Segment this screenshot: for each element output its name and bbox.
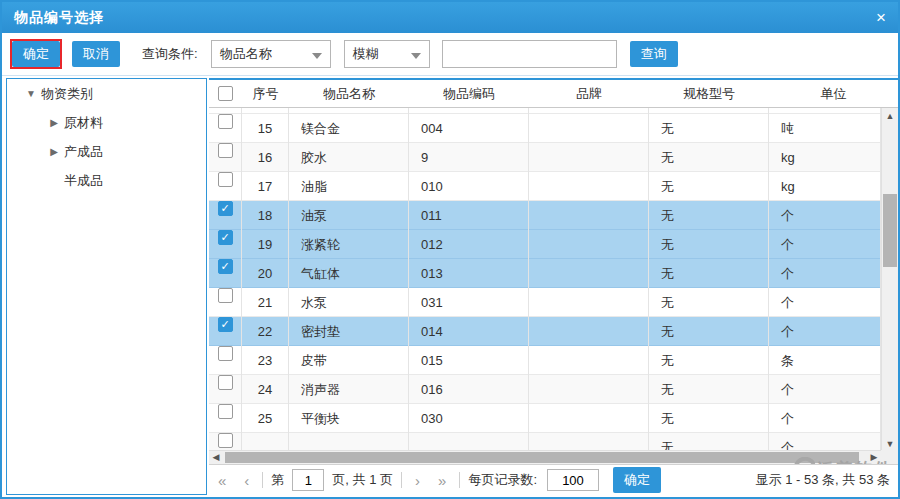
cell-spec: 无 — [649, 143, 769, 172]
next-page-button[interactable]: › — [406, 472, 429, 489]
table-row[interactable]: ✓22密封垫014无个 — [209, 317, 881, 346]
cell-unit: 吨 — [769, 114, 881, 143]
cell-unit: 条 — [769, 346, 881, 375]
first-page-button[interactable]: « — [209, 472, 235, 489]
cell-spec: 无 — [649, 172, 769, 201]
row-checkbox[interactable] — [218, 404, 233, 419]
table-row[interactable]: 23皮带015无条 — [209, 346, 881, 375]
prev-page-button[interactable]: ‹ — [235, 472, 258, 489]
cell-unit: 个 — [769, 201, 881, 230]
last-page-button[interactable]: » — [429, 472, 455, 489]
row-checkbox[interactable] — [218, 172, 233, 187]
cell-brand — [529, 259, 649, 288]
page-size-input[interactable] — [547, 469, 599, 491]
search-input[interactable] — [442, 40, 617, 68]
cell-name: 水泵 — [289, 288, 409, 317]
match-mode-select[interactable]: 模糊 — [344, 40, 430, 68]
cell-brand — [529, 288, 649, 317]
cell-brand — [529, 346, 649, 375]
row-checkbox-checked[interactable]: ✓ — [218, 259, 233, 274]
cell-spec: 无 — [649, 433, 769, 451]
cell-brand — [529, 375, 649, 404]
chevron-down-icon — [411, 53, 421, 59]
cell-code: 004 — [409, 114, 529, 143]
cell-no: 20 — [242, 259, 289, 288]
search-button[interactable]: 查询 — [630, 41, 678, 67]
divider — [401, 472, 402, 488]
vertical-scrollbar[interactable]: ▲ ▼ — [881, 108, 898, 452]
cell-no: 15 — [242, 114, 289, 143]
cell-code: 9 — [409, 143, 529, 172]
cell-no: 21 — [242, 288, 289, 317]
cell-code: 014 — [409, 317, 529, 346]
row-checkbox-checked[interactable]: ✓ — [218, 201, 233, 216]
cell-spec: 无 — [649, 288, 769, 317]
cell-brand — [529, 201, 649, 230]
tree-item-label: 半成品 — [64, 172, 103, 190]
page-number-input[interactable] — [292, 469, 324, 491]
row-checkbox[interactable] — [218, 114, 233, 129]
page-size-confirm-button[interactable]: 确定 — [613, 467, 661, 493]
table-row[interactable]: ✓19涨紧轮012无个 — [209, 230, 881, 259]
cell-code: 031 — [409, 288, 529, 317]
col-header-name: 物品名称 — [289, 85, 409, 103]
horizontal-scrollbar[interactable]: ◀ ▶ — [209, 450, 881, 464]
scroll-left-icon[interactable]: ◀ — [209, 451, 223, 464]
table-row[interactable]: 15镁合金004无吨 — [209, 114, 881, 143]
horizontal-scrollbar-thumb[interactable] — [225, 452, 859, 463]
cell-brand — [529, 143, 649, 172]
item-table-panel: 序号 物品名称 物品编码 品牌 规格型号 单位 15镁合金004无吨16胶水9无… — [209, 78, 898, 495]
triangle-right-icon[interactable]: ▶ — [48, 117, 60, 128]
row-checkbox-checked[interactable]: ✓ — [218, 317, 233, 332]
row-checkbox[interactable] — [218, 433, 233, 448]
tree-item-2[interactable]: ▶产成品 — [7, 137, 206, 166]
cell-spec: 无 — [649, 201, 769, 230]
cell-no: 23 — [242, 346, 289, 375]
cell-unit: 个 — [769, 317, 881, 346]
col-header-spec: 规格型号 — [649, 85, 769, 103]
cell-no: 16 — [242, 143, 289, 172]
tree-item-3[interactable]: 半成品 — [7, 166, 206, 195]
cell-name: 密封垫 — [289, 317, 409, 346]
col-header-brand: 品牌 — [529, 85, 649, 103]
dialog-title: 物品编号选择 — [14, 9, 104, 27]
row-checkbox[interactable] — [218, 143, 233, 158]
cell-no — [242, 433, 289, 451]
cell-brand — [529, 317, 649, 346]
table-row[interactable]: 无个 — [209, 433, 881, 451]
pagination-bar: « ‹ 第 页, 共 1 页 › » 每页记录数: 确定 显示 1 - 53 条… — [209, 464, 898, 495]
row-checkbox[interactable] — [218, 288, 233, 303]
table-row[interactable]: ✓20气缸体013无个 — [209, 259, 881, 288]
category-tree-panel: ▼物资类别▶原材料▶产成品半成品 — [6, 78, 207, 495]
table-row[interactable]: 16胶水9无kg — [209, 143, 881, 172]
row-checkbox[interactable] — [218, 346, 233, 361]
table-row[interactable]: 25平衡块030无个 — [209, 404, 881, 433]
cell-unit: 个 — [769, 433, 881, 451]
table-row[interactable]: 21水泵031无个 — [209, 288, 881, 317]
cell-spec: 无 — [649, 346, 769, 375]
tree-item-0[interactable]: ▼物资类别 — [7, 79, 206, 108]
vertical-scrollbar-thumb[interactable] — [883, 194, 897, 267]
table-header-row: 序号 物品名称 物品编码 品牌 规格型号 单位 — [209, 80, 898, 108]
field-select[interactable]: 物品名称 — [211, 40, 331, 68]
cancel-button[interactable]: 取消 — [72, 41, 120, 67]
row-checkbox[interactable] — [218, 375, 233, 390]
scroll-up-icon[interactable]: ▲ — [882, 108, 898, 124]
cell-name — [289, 433, 409, 451]
table-row[interactable]: 17油脂010无kg — [209, 172, 881, 201]
confirm-button[interactable]: 确定 — [12, 41, 60, 67]
row-checkbox-checked[interactable]: ✓ — [218, 230, 233, 245]
triangle-down-icon[interactable]: ▼ — [25, 88, 37, 99]
cell-no: 25 — [242, 404, 289, 433]
cell-no: 19 — [242, 230, 289, 259]
close-icon[interactable]: × — [876, 9, 886, 26]
cell-brand — [529, 114, 649, 143]
field-select-value: 物品名称 — [220, 45, 272, 63]
category-tree: ▼物资类别▶原材料▶产成品半成品 — [7, 79, 206, 195]
cell-code: 013 — [409, 259, 529, 288]
tree-item-1[interactable]: ▶原材料 — [7, 108, 206, 137]
table-row[interactable]: 24消声器016无个 — [209, 375, 881, 404]
triangle-right-icon[interactable]: ▶ — [48, 146, 60, 157]
table-row[interactable]: ✓18油泵011无个 — [209, 201, 881, 230]
select-all-checkbox[interactable] — [218, 86, 233, 101]
